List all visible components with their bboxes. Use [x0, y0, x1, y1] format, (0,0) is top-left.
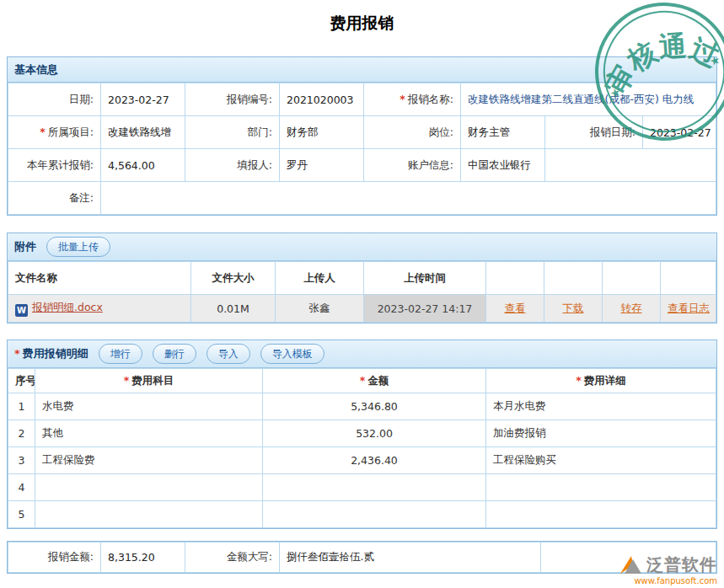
date-value: 2023-02-27	[101, 83, 185, 116]
required-mark: *	[14, 347, 20, 360]
detail-row: 4	[8, 474, 716, 501]
reimburse-name-label: *报销名称:	[364, 83, 461, 116]
post-value: 财务主管	[461, 116, 545, 149]
view-log-link[interactable]: 查看日志	[668, 302, 710, 314]
required-mark: *	[360, 374, 366, 387]
expense-detail-header: *费用详细	[486, 369, 716, 393]
vendor-brand-text: 泛普软件	[646, 553, 717, 576]
row-detail	[486, 501, 716, 528]
attachment-file-cell: W报销明细.docx	[8, 295, 191, 323]
expense-detail-title: *费用报销明细	[14, 346, 88, 361]
vendor-logo: 泛普软件 www.fanpusoft.com	[619, 553, 717, 586]
detail-row: 3 工程保险费 2,436.40 工程保险购买	[8, 447, 716, 474]
file-size-header: 文件大小	[191, 262, 276, 295]
account-label: 账户信息:	[364, 149, 461, 182]
yearly-total-value: 4,564.00	[101, 149, 185, 182]
total-amount-label: 报销金额:	[8, 543, 101, 573]
row-amount	[263, 474, 486, 501]
upload-time-header: 上传时间	[364, 262, 486, 295]
required-mark: *	[576, 374, 582, 387]
row-amount	[263, 501, 486, 528]
summary-table: 报销金额: 8,315.20 金额大写: 捌仟叁佰壹拾伍.贰	[8, 542, 716, 573]
uploader-header: 上传人	[276, 262, 364, 295]
file-name-header: 文件名称	[8, 262, 191, 295]
vendor-url: www.fanpusoft.com	[619, 576, 717, 586]
attachment-action-cell: 下载	[544, 295, 603, 323]
seq-header: 序号	[8, 369, 35, 393]
import-button[interactable]: 导入	[206, 344, 250, 364]
remark-value	[101, 182, 716, 215]
yearly-total-label: 本年累计报销:	[8, 149, 101, 182]
action-header-2	[544, 262, 603, 295]
dept-value: 财务部	[280, 116, 364, 149]
attachment-action-cell: 查看	[486, 295, 544, 323]
summary-section: 报销金额: 8,315.20 金额大写: 捌仟叁佰壹拾伍.贰	[7, 541, 717, 574]
row-detail	[486, 474, 716, 501]
detail-row: 1 水电费 5,346.80 本月水电费	[8, 393, 716, 420]
add-row-button[interactable]: 增行	[99, 344, 142, 364]
view-link[interactable]: 查看	[505, 302, 526, 314]
row-subject	[35, 474, 263, 501]
report-date-label: 报销日期:	[545, 116, 643, 149]
remark-label: 备注:	[8, 182, 101, 215]
row-detail: 加油费报销	[486, 420, 716, 447]
basic-empty-cell	[545, 149, 716, 182]
project-value: 改建铁路线增	[101, 116, 185, 149]
attachments-section: 附件 批量上传 文件名称 文件大小 上传人 上传时间 W报销明细.docx 0.…	[7, 233, 717, 323]
row-amount: 5,346.80	[263, 393, 486, 420]
row-subject: 其他	[35, 420, 263, 447]
amount-header-text: 金额	[367, 374, 389, 387]
row-amount: 2,436.40	[263, 447, 486, 474]
basic-row-4: 备注:	[8, 182, 716, 215]
row-subject: 工程保险费	[35, 447, 263, 474]
filler-label: 填报人:	[185, 149, 280, 182]
required-mark: *	[124, 374, 130, 387]
subject-header-text: 费用科目	[131, 374, 174, 387]
basic-info-table: 日期: 2023-02-27 报销编号: 2021020003 *报销名称: 改…	[8, 83, 716, 215]
import-template-button[interactable]: 导入模板	[260, 344, 324, 364]
reimburse-name-value: 改建铁路线增建第二线直通线(成都-西安) 电力线	[461, 83, 716, 116]
word-doc-icon: W	[15, 304, 28, 317]
project-label: *所属项目:	[8, 116, 101, 149]
dept-label: 部门:	[185, 116, 280, 149]
post-label: 岗位:	[364, 116, 461, 149]
page-title: 费用报销	[0, 0, 724, 35]
basic-info-section: 基本信息 日期: 2023-02-27 报销编号: 2021020003 *报销…	[7, 56, 717, 216]
detail-row: 2 其他 532.00 加油费报销	[8, 420, 716, 447]
row-seq: 2	[8, 420, 35, 447]
fanpu-logo-icon	[619, 555, 642, 575]
project-label-text: 所属项目:	[48, 126, 94, 138]
reimburse-name-label-text: 报销名称:	[408, 93, 453, 105]
date-label: 日期:	[8, 83, 101, 116]
expense-detail-section: *费用报销明细 增行 删行 导入 导入模板 序号 *费用科目 *金额 *费用详细…	[7, 339, 717, 529]
delete-row-button[interactable]: 删行	[153, 344, 196, 364]
download-link[interactable]: 下载	[563, 302, 584, 314]
attachment-file-link[interactable]: 报销明细.docx	[32, 301, 103, 313]
expense-detail-header: *费用报销明细 增行 删行 导入 导入模板	[8, 340, 716, 368]
detail-header-row: 序号 *费用科目 *金额 *费用详细	[8, 369, 716, 393]
row-seq: 3	[8, 447, 35, 474]
row-seq: 1	[8, 393, 35, 420]
expense-detail-table: 序号 *费用科目 *金额 *费用详细 1 水电费 5,346.80 本月水电费 …	[8, 368, 716, 528]
attachments-header: 附件 批量上传	[8, 233, 716, 261]
basic-row-2: *所属项目: 改建铁路线增 部门: 财务部 岗位: 财务主管 报销日期: 202…	[8, 116, 716, 149]
attachment-action-cell: 查看日志	[661, 295, 716, 323]
required-mark: *	[400, 93, 405, 105]
attachment-uploader: 张鑫	[276, 295, 364, 323]
basic-info-header: 基本信息	[8, 57, 716, 83]
detail-row: 5	[8, 501, 716, 528]
amount-header: *金额	[263, 369, 486, 393]
row-detail: 本月水电费	[486, 393, 716, 420]
basic-row-3: 本年累计报销: 4,564.00 填报人: 罗丹 账户信息: 中国农业银行	[8, 149, 716, 182]
attachment-row: W报销明细.docx 0.01M 张鑫 2023-02-27 14:17 查看 …	[8, 295, 716, 323]
row-seq: 4	[8, 474, 35, 501]
row-detail: 工程保险购买	[486, 447, 716, 474]
expense-detail-title-text: 费用报销明细	[23, 347, 88, 360]
reimburse-no-value: 2021020003	[280, 83, 364, 116]
batch-upload-button[interactable]: 批量上传	[46, 237, 110, 257]
row-seq: 5	[8, 501, 35, 528]
attachment-size: 0.01M	[191, 295, 276, 323]
transfer-link[interactable]: 转存	[621, 302, 642, 314]
required-mark: *	[40, 126, 46, 138]
row-subject	[35, 501, 263, 528]
